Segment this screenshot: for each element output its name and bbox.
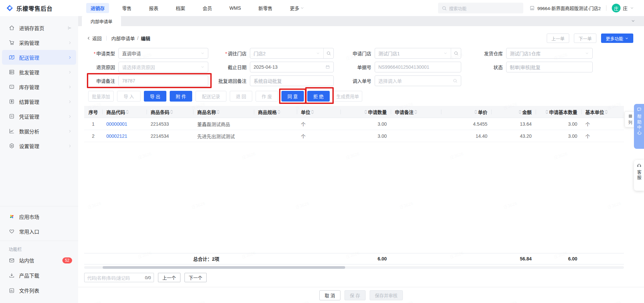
tabstrip-chevron-down-icon[interactable] [631, 19, 635, 23]
sidebar-item-file-list[interactable]: 文件列表 [2, 283, 76, 298]
sidebar-item-mail[interactable]: 站内信52 [2, 253, 76, 268]
sidebar-item-app-market[interactable]: 应用市场 [2, 209, 76, 224]
scrollbar-thumb[interactable] [103, 266, 345, 269]
sidebar-item-delivery[interactable]: 配送管理 [2, 50, 76, 65]
nav-item-psi[interactable]: 进销存 [86, 3, 109, 13]
column-header-barcode[interactable]: 商品条码 [147, 106, 193, 118]
field-box-apply-type[interactable]: 直调申请 [118, 48, 208, 59]
sort-icon [605, 110, 608, 114]
tab-internal-apply[interactable]: 内部申请单 [82, 16, 121, 26]
field-box-return-reason[interactable]: 请选择退货原因 [118, 62, 208, 72]
save-and-audit-button[interactable]: 保存并审核 [370, 290, 403, 300]
column-header-amount[interactable]: 金额 [491, 106, 536, 118]
import-button[interactable]: 导 入 [117, 91, 141, 102]
sidebar-item-purchase[interactable]: 采购管理 [2, 35, 76, 50]
user-menu[interactable]: 庄 庄 [612, 4, 634, 12]
save-button[interactable]: 保 存 [344, 290, 366, 300]
global-search-input[interactable]: 搜索功能 [438, 3, 523, 13]
field-apply-type[interactable]: 直调申请 [118, 48, 208, 59]
field-box-transfer-no[interactable]: 选择调入单 [375, 75, 461, 86]
column-header-base_qty[interactable]: 申请基本数量 [536, 106, 581, 118]
field-status[interactable]: 制单|审核|批复 [506, 62, 593, 72]
column-header-base_unit[interactable]: 基本单位 [581, 106, 624, 118]
field-reply-remark[interactable]: 系统自动批复 [250, 75, 334, 86]
field-box-doc-no[interactable]: NS99664012504130001 [375, 62, 461, 72]
field-return-reason[interactable]: 请选择退货原因 [118, 62, 208, 72]
column-header-name[interactable]: 商品名称 [193, 106, 254, 118]
gen-fee-button[interactable]: 生成费用单 [333, 91, 362, 102]
field-box-to-store[interactable]: 门店2 [250, 48, 334, 59]
sidebar-item-voucher[interactable]: 凭证管理 [2, 109, 76, 124]
more-functions-button[interactable]: 更多功能 [601, 34, 633, 43]
field-apply-store[interactable]: 测试门店1 [375, 48, 461, 59]
horizontal-scrollbar[interactable] [84, 266, 624, 269]
nav-item-report[interactable]: 报表 [145, 3, 163, 13]
field-box-status[interactable]: 制单|审核|批复 [506, 62, 593, 72]
column-header-unit[interactable]: 单位 [297, 106, 340, 118]
nav-item-new-retail[interactable]: 新零售 [254, 3, 277, 13]
quick-search-placeholder: 代码|名称|条码|速记码 [87, 275, 143, 281]
field-search-button-to-store[interactable] [323, 48, 333, 58]
cancel-button[interactable]: 取 消 [319, 290, 340, 300]
column-header-seq[interactable]: 序号 [84, 106, 102, 118]
prev-item-button[interactable]: 上一个 [158, 273, 180, 282]
sidebar-item-settlement[interactable]: 结算管理 [2, 94, 76, 109]
back-button[interactable]: 返回 [86, 35, 102, 42]
sidebar-item-favorites[interactable]: 常用入口 [2, 224, 76, 239]
attachment-button[interactable]: 附 件 [170, 91, 192, 102]
sidebar-item-product-download[interactable]: 产品下载 [2, 268, 76, 283]
customer-service-button[interactable]: 客服 [634, 160, 644, 191]
export-button[interactable]: 导 出 [144, 91, 166, 102]
collapse-icon[interactable] [67, 25, 72, 31]
delivery-record-button[interactable]: 配送记录 [196, 91, 226, 102]
quick-search-input[interactable]: 代码|名称|条码|速记码 0/0 [84, 273, 154, 282]
table-row[interactable]: 1000000012214533董鑫磊测试商品个3.004.545513.643… [84, 118, 624, 130]
prev-doc-button[interactable]: 上一单 [547, 34, 569, 43]
column-header-remark[interactable]: 申请备注 [391, 106, 441, 118]
batch-add-button[interactable]: 批量添加 [88, 91, 114, 102]
return-button[interactable]: 退 回 [230, 91, 252, 102]
void-button[interactable]: 作 废 [256, 91, 278, 102]
product-code-link[interactable]: 00002121 [106, 133, 127, 139]
nav-item-wms[interactable]: WMS [225, 4, 245, 12]
field-transfer-no[interactable]: 选择调入单 [375, 75, 461, 86]
product-code-link[interactable]: 00000001 [106, 121, 127, 127]
field-box-reply-remark[interactable]: 系统自动批复 [250, 75, 334, 86]
download-icon [9, 272, 15, 279]
field-search-button-apply-store[interactable] [451, 48, 461, 58]
field-deadline[interactable]: 2025-04-13 [250, 62, 334, 72]
sidebar-item-settings[interactable]: 设置管理 [2, 138, 76, 153]
approve-button[interactable]: 同 意 [281, 91, 304, 102]
field-ship-warehouse[interactable]: 测试门店1仓库 [506, 48, 593, 59]
field-box-apply-remark[interactable]: 78787 [118, 75, 208, 86]
breadcrumb-parent[interactable]: 内部申请单 [111, 35, 135, 42]
table-row[interactable]: 2000021212214534先进先出测试测试个3.0014.4043.203… [84, 130, 624, 142]
help-center-button[interactable]: 帮助中心 [634, 104, 644, 149]
column-header-qty[interactable]: 申请数量 [340, 106, 391, 118]
column-header-spec[interactable]: 商品规格 [254, 106, 297, 118]
next-item-button[interactable]: 下一个 [184, 273, 207, 282]
sidebar-item-psi-home[interactable]: 进销存首页 [2, 20, 76, 35]
column-header-code[interactable]: 商品代码 [102, 106, 147, 118]
chevron-down-icon [443, 51, 447, 55]
nav-item-more[interactable]: 更多 [285, 3, 309, 13]
field-doc-no[interactable]: NS99664012504130001 [375, 62, 461, 72]
column-header-price[interactable]: 单价 [441, 106, 491, 118]
sidebar-item-label: 应用市场 [19, 213, 72, 220]
next-doc-button[interactable]: 下一单 [574, 34, 596, 43]
nav-item-retail[interactable]: 零售 [118, 3, 136, 13]
app-logo[interactable]: 乐檬零售后台 [6, 4, 53, 12]
field-to-store[interactable]: 门店2 [250, 48, 334, 59]
field-box-apply-store[interactable]: 测试门店1 [375, 48, 461, 59]
field-box-ship-warehouse[interactable]: 测试门店1仓库 [506, 48, 593, 59]
store-switcher[interactable]: 99664-新界面商超版测试-门店2 [529, 5, 601, 11]
reject-button[interactable]: 拒 绝 [307, 91, 330, 102]
sidebar-item-inventory[interactable]: 库存管理 [2, 79, 76, 94]
nav-item-archive[interactable]: 档案 [171, 3, 190, 13]
cell-seq: 2 [84, 133, 102, 139]
nav-item-member[interactable]: 会员 [198, 3, 216, 13]
field-box-deadline[interactable]: 2025-04-13 [250, 62, 334, 72]
field-apply-remark[interactable]: 78787 [118, 75, 208, 86]
sidebar-item-analytics[interactable]: 数据分析 [2, 124, 76, 138]
sidebar-item-wholesale[interactable]: 批发管理 [2, 65, 76, 79]
